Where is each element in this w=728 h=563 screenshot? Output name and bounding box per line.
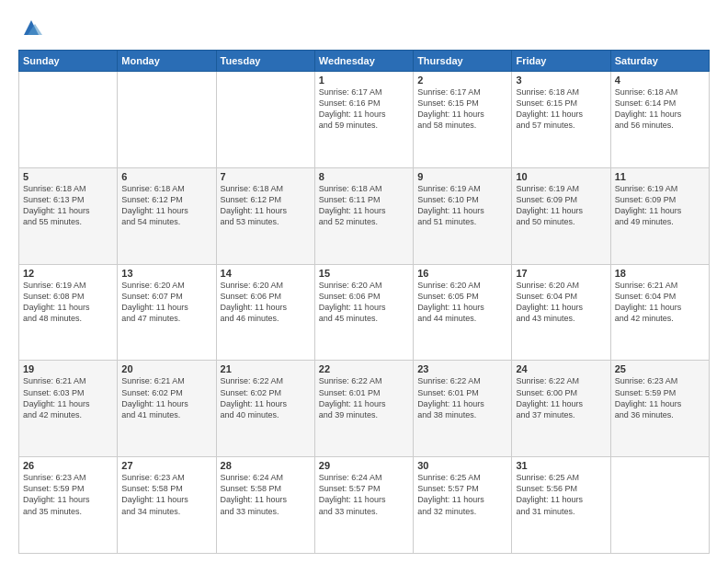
day-number: 26	[23, 460, 113, 471]
day-number: 1	[319, 75, 409, 86]
day-cell: 24Sunrise: 6:22 AM Sunset: 6:00 PM Dayli…	[512, 361, 610, 457]
day-info: Sunrise: 6:20 AM Sunset: 6:06 PM Dayligh…	[319, 280, 409, 325]
day-number: 6	[121, 171, 211, 182]
day-info: Sunrise: 6:23 AM Sunset: 5:59 PM Dayligh…	[23, 472, 113, 517]
day-info: Sunrise: 6:22 AM Sunset: 6:01 PM Dayligh…	[319, 375, 409, 420]
weekday-header-wednesday: Wednesday	[314, 51, 413, 72]
day-number: 9	[417, 171, 507, 182]
day-cell: 18Sunrise: 6:21 AM Sunset: 6:04 PM Dayli…	[610, 264, 709, 361]
day-number: 20	[121, 363, 211, 374]
weekday-header-row: SundayMondayTuesdayWednesdayThursdayFrid…	[19, 51, 710, 72]
day-number: 2	[417, 75, 507, 86]
day-number: 13	[121, 268, 211, 279]
day-number: 28	[221, 460, 311, 471]
day-number: 29	[319, 460, 409, 471]
day-cell: 16Sunrise: 6:20 AM Sunset: 6:05 PM Dayli…	[414, 264, 512, 361]
day-cell: 19Sunrise: 6:21 AM Sunset: 6:03 PM Dayli…	[19, 361, 118, 457]
day-cell: 4Sunrise: 6:18 AM Sunset: 6:14 PM Daylig…	[610, 72, 709, 168]
day-info: Sunrise: 6:24 AM Sunset: 5:57 PM Dayligh…	[319, 472, 409, 517]
day-number: 24	[516, 363, 606, 374]
day-cell: 10Sunrise: 6:19 AM Sunset: 6:09 PM Dayli…	[512, 167, 610, 264]
day-cell	[610, 457, 709, 554]
day-number: 19	[23, 363, 113, 374]
day-info: Sunrise: 6:18 AM Sunset: 6:15 PM Dayligh…	[516, 86, 606, 132]
day-cell: 27Sunrise: 6:23 AM Sunset: 5:58 PM Dayli…	[118, 457, 216, 554]
day-info: Sunrise: 6:18 AM Sunset: 6:12 PM Dayligh…	[121, 183, 211, 228]
day-cell: 31Sunrise: 6:25 AM Sunset: 5:56 PM Dayli…	[512, 457, 610, 554]
day-cell: 2Sunrise: 6:17 AM Sunset: 6:15 PM Daylig…	[414, 72, 512, 168]
weekday-header-tuesday: Tuesday	[216, 51, 314, 72]
day-info: Sunrise: 6:20 AM Sunset: 6:07 PM Dayligh…	[121, 280, 211, 325]
day-cell: 22Sunrise: 6:22 AM Sunset: 6:01 PM Dayli…	[314, 361, 413, 457]
day-cell: 21Sunrise: 6:22 AM Sunset: 6:02 PM Dayli…	[216, 361, 314, 457]
day-info: Sunrise: 6:22 AM Sunset: 6:01 PM Dayligh…	[417, 375, 507, 420]
day-number: 27	[121, 460, 211, 471]
day-number: 5	[23, 171, 113, 182]
day-number: 10	[516, 171, 606, 182]
week-row-4: 19Sunrise: 6:21 AM Sunset: 6:03 PM Dayli…	[19, 361, 710, 457]
day-cell: 8Sunrise: 6:18 AM Sunset: 6:11 PM Daylig…	[314, 167, 413, 264]
day-info: Sunrise: 6:21 AM Sunset: 6:03 PM Dayligh…	[23, 375, 113, 420]
day-info: Sunrise: 6:25 AM Sunset: 5:57 PM Dayligh…	[417, 472, 507, 517]
day-cell: 13Sunrise: 6:20 AM Sunset: 6:07 PM Dayli…	[118, 264, 216, 361]
day-info: Sunrise: 6:21 AM Sunset: 6:04 PM Dayligh…	[615, 280, 705, 325]
day-cell: 1Sunrise: 6:17 AM Sunset: 6:16 PM Daylig…	[314, 72, 413, 168]
week-row-2: 5Sunrise: 6:18 AM Sunset: 6:13 PM Daylig…	[19, 167, 710, 264]
day-number: 16	[417, 268, 507, 279]
day-cell	[118, 72, 216, 168]
day-cell: 17Sunrise: 6:20 AM Sunset: 6:04 PM Dayli…	[512, 264, 610, 361]
day-cell: 14Sunrise: 6:20 AM Sunset: 6:06 PM Dayli…	[216, 264, 314, 361]
day-cell: 26Sunrise: 6:23 AM Sunset: 5:59 PM Dayli…	[19, 457, 118, 554]
day-info: Sunrise: 6:18 AM Sunset: 6:14 PM Dayligh…	[615, 86, 705, 132]
weekday-header-thursday: Thursday	[414, 51, 512, 72]
week-row-5: 26Sunrise: 6:23 AM Sunset: 5:59 PM Dayli…	[19, 457, 710, 554]
day-info: Sunrise: 6:23 AM Sunset: 5:58 PM Dayligh…	[121, 472, 211, 517]
day-info: Sunrise: 6:20 AM Sunset: 6:05 PM Dayligh…	[417, 280, 507, 325]
day-cell: 29Sunrise: 6:24 AM Sunset: 5:57 PM Dayli…	[314, 457, 413, 554]
day-info: Sunrise: 6:23 AM Sunset: 5:59 PM Dayligh…	[615, 375, 705, 420]
day-number: 23	[417, 363, 507, 374]
logo	[18, 17, 48, 42]
day-number: 22	[319, 363, 409, 374]
day-number: 14	[221, 268, 311, 279]
day-number: 3	[516, 75, 606, 86]
weekday-header-friday: Friday	[512, 51, 610, 72]
day-info: Sunrise: 6:18 AM Sunset: 6:11 PM Dayligh…	[319, 183, 409, 228]
day-cell: 25Sunrise: 6:23 AM Sunset: 5:59 PM Dayli…	[610, 361, 709, 457]
day-cell: 11Sunrise: 6:19 AM Sunset: 6:09 PM Dayli…	[610, 167, 709, 264]
day-info: Sunrise: 6:19 AM Sunset: 6:09 PM Dayligh…	[615, 183, 705, 228]
day-cell: 7Sunrise: 6:18 AM Sunset: 6:12 PM Daylig…	[216, 167, 314, 264]
day-info: Sunrise: 6:19 AM Sunset: 6:10 PM Dayligh…	[417, 183, 507, 228]
day-info: Sunrise: 6:18 AM Sunset: 6:13 PM Dayligh…	[23, 183, 113, 228]
day-cell	[216, 72, 314, 168]
day-cell: 20Sunrise: 6:21 AM Sunset: 6:02 PM Dayli…	[118, 361, 216, 457]
day-number: 12	[23, 268, 113, 279]
day-cell: 28Sunrise: 6:24 AM Sunset: 5:58 PM Dayli…	[216, 457, 314, 554]
day-cell: 15Sunrise: 6:20 AM Sunset: 6:06 PM Dayli…	[314, 264, 413, 361]
header	[18, 17, 710, 42]
weekday-header-sunday: Sunday	[19, 51, 118, 72]
calendar-table: SundayMondayTuesdayWednesdayThursdayFrid…	[18, 50, 710, 554]
day-number: 18	[615, 268, 705, 279]
day-number: 8	[319, 171, 409, 182]
day-info: Sunrise: 6:21 AM Sunset: 6:02 PM Dayligh…	[121, 375, 211, 420]
day-info: Sunrise: 6:20 AM Sunset: 6:06 PM Dayligh…	[221, 280, 311, 325]
day-number: 11	[615, 171, 705, 182]
day-number: 25	[615, 363, 705, 374]
day-cell: 9Sunrise: 6:19 AM Sunset: 6:10 PM Daylig…	[414, 167, 512, 264]
day-cell: 3Sunrise: 6:18 AM Sunset: 6:15 PM Daylig…	[512, 72, 610, 168]
day-info: Sunrise: 6:24 AM Sunset: 5:58 PM Dayligh…	[221, 472, 311, 517]
weekday-header-monday: Monday	[118, 51, 216, 72]
day-info: Sunrise: 6:22 AM Sunset: 6:00 PM Dayligh…	[516, 375, 606, 420]
day-info: Sunrise: 6:19 AM Sunset: 6:08 PM Dayligh…	[23, 280, 113, 325]
day-info: Sunrise: 6:18 AM Sunset: 6:12 PM Dayligh…	[221, 183, 311, 228]
day-cell	[19, 72, 118, 168]
page: SundayMondayTuesdayWednesdayThursdayFrid…	[0, 0, 728, 563]
day-number: 21	[221, 363, 311, 374]
day-cell: 23Sunrise: 6:22 AM Sunset: 6:01 PM Dayli…	[414, 361, 512, 457]
day-number: 31	[516, 460, 606, 471]
day-number: 17	[516, 268, 606, 279]
weekday-header-saturday: Saturday	[610, 51, 709, 72]
day-cell: 5Sunrise: 6:18 AM Sunset: 6:13 PM Daylig…	[19, 167, 118, 264]
day-cell: 12Sunrise: 6:19 AM Sunset: 6:08 PM Dayli…	[19, 264, 118, 361]
